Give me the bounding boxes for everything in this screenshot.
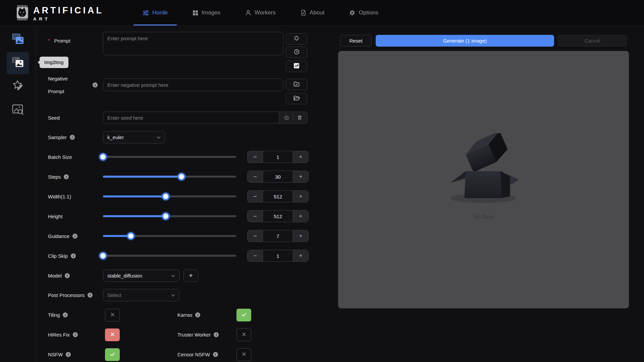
seed-suffix-toolbar bbox=[279, 112, 307, 123]
nav-tab-images[interactable]: Images bbox=[193, 0, 220, 25]
guidance-slider[interactable] bbox=[103, 235, 236, 237]
karras-toggle[interactable] bbox=[236, 309, 251, 321]
clip-skip-slider[interactable] bbox=[103, 255, 236, 257]
cancel-button[interactable]: Cancel bbox=[558, 35, 627, 47]
decrement-button[interactable]: − bbox=[248, 151, 263, 163]
add-model-button[interactable]: + bbox=[183, 269, 198, 282]
negative-prompt-input[interactable] bbox=[103, 78, 283, 91]
gear-icon bbox=[349, 10, 355, 16]
decrement-button[interactable]: − bbox=[248, 210, 263, 222]
info-icon[interactable]: i bbox=[70, 135, 75, 140]
random-prompt-button[interactable] bbox=[286, 33, 307, 45]
info-icon[interactable]: i bbox=[64, 174, 69, 179]
batch-size-slider[interactable] bbox=[103, 156, 236, 158]
slider-thumb[interactable] bbox=[99, 153, 107, 161]
sidebar-item-interrogate[interactable] bbox=[7, 99, 29, 121]
prompt-history-button[interactable] bbox=[286, 47, 307, 58]
info-icon[interactable]: i bbox=[195, 312, 200, 317]
steps-label: Steps i bbox=[48, 171, 69, 183]
person-icon bbox=[245, 10, 251, 16]
info-icon[interactable]: i bbox=[93, 82, 98, 87]
info-icon[interactable]: i bbox=[88, 293, 93, 298]
nav-tab-options[interactable]: Options bbox=[349, 0, 378, 25]
required-asterisk: * bbox=[48, 38, 50, 43]
steps-stepper: − 30 + bbox=[247, 171, 309, 183]
image-search-icon bbox=[11, 103, 25, 117]
tiling-toggle[interactable] bbox=[105, 309, 120, 321]
height-slider[interactable] bbox=[103, 215, 236, 217]
img2img-tooltip: Img2Img bbox=[40, 57, 68, 68]
folder-check-icon bbox=[293, 81, 300, 88]
model-label: Model i bbox=[48, 269, 70, 282]
nav-tab-horde[interactable]: Horde bbox=[143, 0, 168, 25]
negative-prompt-label-line1: Negative bbox=[48, 72, 68, 84]
generate-button[interactable]: Generate (1 image) bbox=[376, 35, 554, 47]
increment-button[interactable]: + bbox=[293, 171, 308, 182]
slider-thumb[interactable] bbox=[178, 173, 185, 181]
sidebar-item-img2img[interactable] bbox=[7, 52, 29, 74]
output-panel: No Data bbox=[338, 51, 629, 308]
seed-input[interactable] bbox=[103, 112, 279, 123]
trending-prompts-button[interactable] bbox=[286, 61, 307, 72]
nav-tab-workers[interactable]: Workers bbox=[245, 0, 276, 25]
increment-button[interactable]: + bbox=[293, 230, 308, 242]
load-negative-prompt-button[interactable] bbox=[286, 93, 307, 104]
info-icon[interactable]: i bbox=[213, 352, 218, 357]
model-select[interactable]: stable_diffusion bbox=[103, 269, 179, 282]
height-value[interactable]: 512 bbox=[263, 210, 293, 222]
increment-button[interactable]: + bbox=[293, 151, 308, 163]
width-value[interactable]: 512 bbox=[263, 191, 293, 202]
hires-fix-toggle[interactable] bbox=[105, 328, 120, 341]
prompt-input[interactable] bbox=[103, 32, 283, 55]
guidance-label: Guidance i bbox=[48, 230, 77, 242]
sampler-value: k_euler bbox=[107, 134, 157, 140]
info-icon[interactable]: i bbox=[71, 253, 76, 258]
model-value: stable_diffusion bbox=[107, 273, 171, 279]
info-icon[interactable]: i bbox=[63, 312, 68, 317]
truster-worker-toggle[interactable] bbox=[236, 328, 251, 341]
empty-box-illustration bbox=[445, 133, 522, 208]
clock-icon bbox=[294, 49, 300, 56]
censor-nsfw-toggle[interactable] bbox=[236, 348, 251, 361]
burst-icon bbox=[294, 36, 299, 42]
increment-button[interactable]: + bbox=[293, 250, 308, 261]
decrement-button[interactable]: − bbox=[248, 171, 263, 182]
width-label: Width(1:1) bbox=[48, 190, 71, 202]
sampler-select[interactable]: k_euler bbox=[103, 131, 165, 143]
random-seed-icon[interactable] bbox=[280, 115, 293, 120]
info-icon[interactable]: i bbox=[214, 332, 219, 337]
increment-button[interactable]: + bbox=[293, 191, 308, 202]
nsfw-toggle[interactable] bbox=[105, 348, 120, 361]
trash-icon[interactable] bbox=[293, 115, 306, 120]
slider-fill bbox=[103, 235, 131, 237]
decrement-button[interactable]: − bbox=[248, 230, 263, 242]
steps-slider[interactable] bbox=[103, 176, 236, 178]
batch-size-value[interactable]: 1 bbox=[263, 151, 293, 163]
decrement-button[interactable]: − bbox=[248, 191, 263, 202]
slider-thumb[interactable] bbox=[99, 252, 107, 260]
slider-thumb[interactable] bbox=[162, 213, 169, 220]
post-processors-select[interactable]: Select bbox=[103, 289, 179, 301]
info-icon[interactable]: i bbox=[73, 332, 78, 337]
clip-skip-value[interactable]: 1 bbox=[263, 250, 293, 261]
info-icon[interactable]: i bbox=[65, 273, 70, 278]
width-slider[interactable] bbox=[103, 195, 236, 197]
increment-button[interactable]: + bbox=[293, 210, 308, 222]
folder-open-icon bbox=[293, 95, 300, 102]
sidebar-item-txt2img[interactable] bbox=[7, 28, 29, 51]
decrement-button[interactable]: − bbox=[248, 250, 263, 261]
guidance-value[interactable]: 7 bbox=[263, 230, 293, 242]
save-negative-prompt-button[interactable] bbox=[286, 79, 307, 90]
sidebar-item-rate[interactable] bbox=[7, 75, 29, 98]
star-pencil-icon bbox=[11, 79, 24, 94]
info-icon[interactable]: i bbox=[66, 352, 71, 357]
truster-worker-label: Truster Worker i bbox=[177, 328, 219, 341]
nav-tab-label: About bbox=[310, 9, 324, 16]
slider-thumb[interactable] bbox=[127, 232, 135, 240]
info-icon[interactable]: i bbox=[72, 234, 77, 239]
nav-tab-about[interactable]: About bbox=[301, 0, 324, 25]
steps-value[interactable]: 30 bbox=[263, 171, 293, 182]
slider-thumb[interactable] bbox=[162, 193, 169, 200]
clip-skip-stepper: − 1 + bbox=[247, 250, 309, 262]
reset-button[interactable]: Reset bbox=[340, 35, 372, 47]
